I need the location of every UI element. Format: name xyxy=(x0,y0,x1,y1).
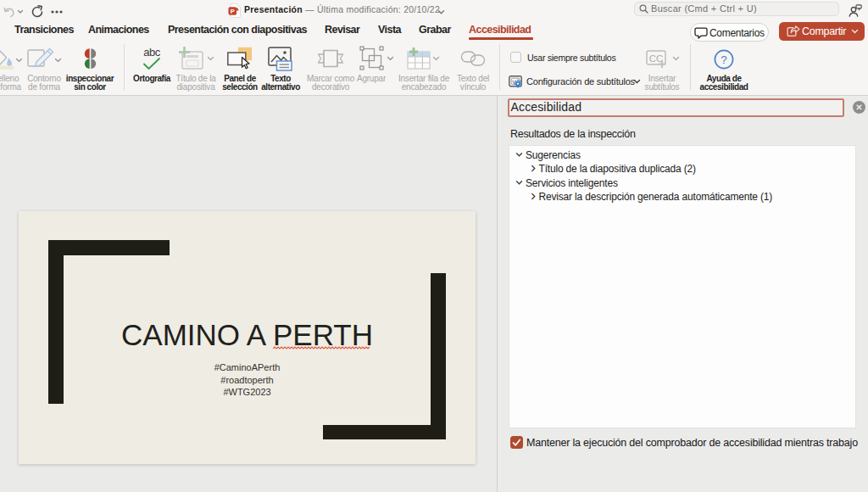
svg-text:CC: CC xyxy=(649,53,664,64)
svg-text:?: ? xyxy=(721,53,727,66)
svg-text:P: P xyxy=(231,8,235,15)
